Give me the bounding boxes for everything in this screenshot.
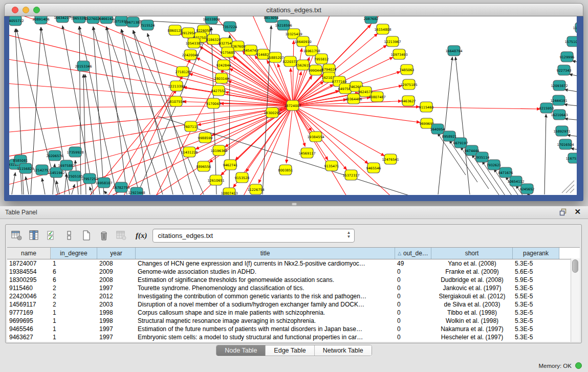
table-cell[interactable]: 0 bbox=[395, 301, 431, 308]
table-row[interactable]: 911546021997Tourette syndrome. Phenomeno… bbox=[7, 284, 580, 292]
table-cell[interactable]: Changes of HCN gene expression and I(f) … bbox=[136, 260, 395, 267]
table-cell[interactable]: 5.3E-5 bbox=[513, 285, 559, 292]
table-cell[interactable]: 2 bbox=[51, 293, 97, 300]
table-cell[interactable]: Estimation of significance thresholds fo… bbox=[136, 276, 395, 283]
table-cell[interactable]: Corpus callosum shape and size in male p… bbox=[136, 309, 395, 316]
table-cell[interactable]: 5.5E-5 bbox=[513, 293, 559, 300]
table-cell[interactable]: Genome-wide association studies in ADHD. bbox=[136, 268, 395, 275]
table-cell[interactable]: Franke et al. (2009) bbox=[431, 268, 513, 275]
table-cell[interactable]: 2012 bbox=[97, 293, 136, 300]
table-cell[interactable]: 19384554 bbox=[7, 268, 51, 275]
table-cell[interactable]: de Silva et al. (2003) bbox=[431, 301, 513, 308]
table-cell[interactable]: 5.9E-5 bbox=[513, 276, 559, 283]
table-cell[interactable]: 1 bbox=[51, 309, 97, 316]
table-cell[interactable]: Disruption of a novel member of a sodium… bbox=[136, 301, 395, 308]
column-header-pagerank[interactable]: pagerank bbox=[513, 248, 559, 259]
function-builder-icon[interactable]: f(x) bbox=[136, 231, 147, 240]
table-cell[interactable]: 9115460 bbox=[7, 285, 51, 292]
tab-edge-table[interactable]: Edge Table bbox=[266, 345, 314, 356]
tab-network-table[interactable]: Network Table bbox=[315, 345, 372, 356]
citation-network-graph[interactable]: 8860128891295482260589327503818632810543… bbox=[9, 16, 577, 195]
table-cell[interactable]: 5.3E-5 bbox=[513, 334, 559, 341]
column-header-name[interactable]: name bbox=[7, 248, 51, 259]
table-row[interactable]: 1872400712008Changes of HCN gene express… bbox=[7, 259, 580, 268]
table-cell[interactable]: 14569117 bbox=[7, 301, 51, 308]
table-row[interactable]: 977716911998Corpus callosum shape and si… bbox=[7, 309, 580, 317]
table-cell[interactable]: 6 bbox=[51, 268, 97, 275]
table-cell[interactable]: 5.3E-5 bbox=[513, 301, 559, 308]
show-column-icon[interactable] bbox=[28, 229, 40, 242]
table-cell[interactable]: 2008 bbox=[97, 276, 136, 283]
table-cell[interactable]: 0 bbox=[395, 293, 431, 300]
row-height-icon[interactable] bbox=[63, 229, 75, 242]
panel-splitter[interactable] bbox=[0, 201, 588, 206]
table-cell[interactable]: Embryonic stem cells: a model to study s… bbox=[136, 334, 395, 341]
table-cell[interactable]: Hescheler et al. (1997) bbox=[431, 334, 513, 341]
table-cell[interactable]: Nakamura et al. (1997) bbox=[431, 325, 513, 333]
modify-table-icon[interactable] bbox=[11, 229, 23, 242]
table-cell[interactable]: 9465546 bbox=[7, 325, 51, 333]
column-header-year[interactable]: year bbox=[97, 248, 136, 259]
table-row[interactable]: 1830029562008Estimation of significance … bbox=[7, 276, 580, 284]
table-cell[interactable]: 2 bbox=[51, 301, 97, 308]
table-cell[interactable]: 5.3E-5 bbox=[513, 317, 559, 324]
table-cell[interactable]: 1998 bbox=[97, 309, 136, 316]
delete-table-icon[interactable] bbox=[98, 229, 110, 242]
table-cell[interactable]: Tourette syndrome. Phenomenology and cla… bbox=[136, 285, 395, 292]
table-cell[interactable]: 1997 bbox=[97, 325, 136, 333]
table-cell[interactable]: 49 bbox=[395, 260, 431, 267]
tab-node-table[interactable]: Node Table bbox=[216, 345, 266, 356]
table-cell[interactable]: 1997 bbox=[97, 285, 136, 292]
table-cell[interactable]: 2009 bbox=[97, 268, 136, 275]
table-cell[interactable]: 5.3E-5 bbox=[513, 325, 559, 333]
column-header-out_de[interactable]: △out_de… bbox=[395, 248, 431, 259]
table-cell[interactable]: 2003 bbox=[97, 301, 136, 308]
table-cell[interactable]: 18300295 bbox=[7, 276, 51, 283]
table-row[interactable]: 1456911722003Disruption of a novel membe… bbox=[7, 300, 580, 309]
table-row[interactable]: 946554611997Estimation of the future num… bbox=[7, 325, 580, 333]
table-cell[interactable]: 1998 bbox=[97, 317, 136, 324]
table-cell[interactable]: 0 bbox=[395, 276, 431, 283]
table-cell[interactable]: Estimation of the future numbers of pati… bbox=[136, 325, 395, 333]
table-cell[interactable]: 1997 bbox=[97, 334, 136, 341]
table-cell[interactable]: 0 bbox=[395, 309, 431, 316]
table-cell[interactable]: Tibbo et al. (1998) bbox=[431, 309, 513, 316]
table-row[interactable]: 946362711997Embryonic stem cells: a mode… bbox=[7, 333, 580, 341]
table-cell[interactable]: 18724007 bbox=[7, 260, 51, 267]
table-cell[interactable]: 0 bbox=[395, 317, 431, 324]
vertical-scrollbar[interactable] bbox=[571, 258, 580, 342]
table-cell[interactable]: 0 bbox=[395, 268, 431, 275]
table-cell[interactable]: Yano et al. (2008) bbox=[431, 260, 513, 267]
table-cell[interactable]: Structural magnetic resonance image aver… bbox=[136, 317, 395, 324]
close-panel-icon[interactable]: ✕ bbox=[574, 208, 581, 216]
table-cell[interactable]: 2008 bbox=[97, 260, 136, 267]
table-cell[interactable]: 1 bbox=[51, 325, 97, 333]
table-cell[interactable]: 9699695 bbox=[7, 317, 51, 324]
table-row[interactable]: 2242004622012Investigating the contribut… bbox=[7, 292, 580, 300]
table-cell[interactable]: 5.3E-5 bbox=[513, 309, 559, 316]
table-cell[interactable]: 5.3E-5 bbox=[513, 260, 559, 267]
window-titlebar[interactable]: citations_edges.txt bbox=[4, 3, 583, 16]
table-row[interactable]: 969969511998Structural magnetic resonanc… bbox=[7, 317, 580, 325]
table-cell[interactable]: 6 bbox=[51, 276, 97, 283]
column-header-short[interactable]: short bbox=[431, 248, 513, 259]
table-cell[interactable]: Wolkin et al. (1998) bbox=[431, 317, 513, 324]
table-cell[interactable]: 2 bbox=[51, 285, 97, 292]
new-table-icon[interactable] bbox=[80, 229, 93, 242]
import-table-icon[interactable] bbox=[115, 229, 127, 242]
select-columns-icon[interactable]: ✓ ✓ bbox=[46, 229, 58, 242]
table-cell[interactable]: 22420046 bbox=[7, 293, 51, 300]
float-window-icon[interactable] bbox=[559, 208, 567, 216]
table-cell[interactable]: Investigating the contribution of common… bbox=[136, 293, 395, 300]
column-header-title[interactable]: title bbox=[136, 248, 395, 259]
table-cell[interactable]: 5.6E-5 bbox=[513, 268, 559, 275]
table-cell[interactable]: 0 bbox=[395, 334, 431, 341]
network-canvas[interactable]: 8860128891295482260589327503818632810543… bbox=[9, 16, 577, 195]
table-cell[interactable]: 1 bbox=[51, 334, 97, 341]
table-select-dropdown[interactable]: citations_edges.txt ▲▼ bbox=[153, 229, 355, 243]
table-cell[interactable]: 1 bbox=[51, 317, 97, 324]
table-cell[interactable]: 9463627 bbox=[7, 334, 51, 341]
table-cell[interactable]: 0 bbox=[395, 325, 431, 333]
table-cell[interactable]: Dudbridge et al. (2008) bbox=[431, 276, 513, 283]
scrollbar-thumb[interactable] bbox=[572, 259, 578, 273]
